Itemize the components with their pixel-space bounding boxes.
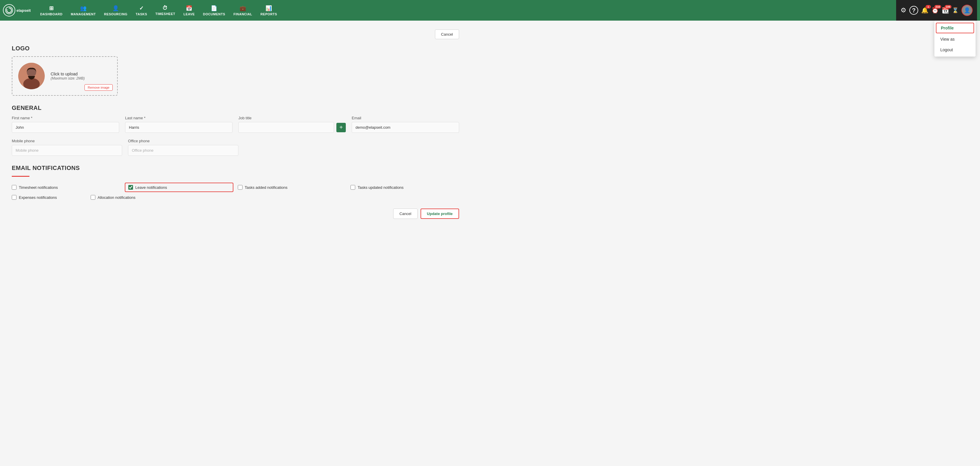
notification-bell[interactable]: 🔔 1	[921, 7, 929, 14]
first-name-group: First name *	[12, 116, 119, 133]
expenses-label: Expenses notifications	[19, 195, 57, 200]
allocation-notif: Allocation notifications	[91, 195, 165, 200]
brand-name: elapseit	[16, 8, 30, 13]
logo-section-title: LOGO	[12, 45, 459, 52]
clock-badge: 216	[934, 5, 941, 8]
first-name-input[interactable]	[12, 122, 119, 133]
email-input[interactable]	[352, 122, 459, 133]
first-name-label: First name *	[12, 116, 119, 120]
logo-section: LOGO Click to upload (Maximum size: 2MB)	[12, 45, 459, 96]
hourglass-icon: ⌛	[952, 7, 959, 14]
office-phone-group: Office phone	[128, 139, 239, 156]
office-phone-input[interactable]	[128, 145, 239, 156]
timesheet-icon: ⏱	[162, 5, 168, 11]
notification-calendar[interactable]: 📆 106	[942, 7, 949, 14]
dropdown-profile[interactable]: Profile	[936, 23, 974, 33]
documents-icon: 📄	[211, 5, 218, 11]
nav-items: ⊞ DASHBOARD 👥 MANAGEMENT 👤 RESOURCING ✓ …	[37, 3, 896, 18]
upload-size-limit: (Maximum size: 2MB)	[51, 76, 85, 80]
nav-dashboard[interactable]: ⊞ DASHBOARD	[37, 3, 66, 18]
nav-tasks[interactable]: ✓ TASKS	[132, 3, 151, 18]
tasks-updated-notif: Tasks updated notifications	[350, 183, 459, 192]
last-name-group: Last name *	[125, 116, 232, 133]
allocation-label: Allocation notifications	[98, 195, 136, 200]
timesheet-label: Timesheet notifications	[19, 185, 58, 190]
timesheet-checkbox[interactable]	[12, 185, 16, 190]
settings-icon[interactable]: ⚙	[900, 6, 907, 14]
user-dropdown-menu: Profile View as Logout	[934, 21, 975, 57]
nav-timesheet[interactable]: ⏱ TIMESHEET	[152, 3, 179, 18]
bottom-cancel-button[interactable]: Cancel	[393, 209, 417, 219]
job-title-group: Job title +	[239, 116, 346, 133]
brand-icon	[3, 4, 15, 16]
general-form-row1: First name * Last name * Job title + Ema…	[12, 116, 459, 133]
leave-checkbox[interactable]	[128, 185, 133, 190]
mobile-phone-label: Mobile phone	[12, 139, 122, 143]
tasks-icon: ✓	[139, 5, 144, 11]
email-group: Email	[352, 116, 459, 133]
notification-clock[interactable]: ⏰ 216	[931, 7, 939, 14]
leave-icon: 📅	[186, 5, 192, 11]
tasks-added-label: Tasks added notifications	[245, 185, 288, 190]
nav-financial[interactable]: 💼 FINANCIAL	[230, 3, 256, 18]
tasks-added-notif: Tasks added notifications	[238, 183, 346, 192]
mobile-phone-input[interactable]	[12, 145, 122, 156]
navbar: elapseit ⊞ DASHBOARD 👥 MANAGEMENT 👤 RESO…	[0, 0, 980, 21]
top-cancel-button[interactable]: Cancel	[435, 29, 459, 39]
dropdown-logout[interactable]: Logout	[934, 45, 975, 55]
nav-right: ⚙ ? 🔔 1 ⏰ 216 📆 106 ⌛ 👤	[896, 0, 977, 21]
job-title-label: Job title	[239, 116, 346, 120]
expenses-notif: Expenses notifications	[12, 195, 86, 200]
update-profile-button[interactable]: Update profile	[420, 209, 459, 219]
timesheet-notif: Timesheet notifications	[12, 183, 120, 192]
dashboard-icon: ⊞	[49, 5, 54, 11]
general-form-row2: Mobile phone Office phone	[12, 139, 239, 156]
expenses-checkbox[interactable]	[12, 195, 16, 200]
remove-image-button[interactable]: Remove image	[84, 84, 113, 91]
general-section: GENERAL First name * Last name * Job tit…	[12, 105, 459, 156]
upload-instruction: Click to upload	[51, 72, 85, 76]
calendar-badge: 106	[945, 5, 951, 8]
management-icon: 👥	[80, 5, 87, 11]
mobile-phone-group: Mobile phone	[12, 139, 122, 156]
leave-label: Leave notifications	[135, 185, 167, 190]
bottom-actions: Cancel Update profile	[12, 209, 459, 219]
top-actions: Cancel	[12, 29, 459, 39]
upload-text-area: Click to upload (Maximum size: 2MB)	[51, 72, 85, 80]
email-notifications-section: EMAIL NOTIFICATIONS Timesheet notificati…	[12, 165, 459, 200]
leave-notif: Leave notifications	[125, 183, 233, 192]
nav-management[interactable]: 👥 MANAGEMENT	[67, 3, 99, 18]
nav-documents[interactable]: 📄 DOCUMENTS	[199, 3, 229, 18]
resourcing-icon: 👤	[113, 5, 119, 11]
logo-upload-area[interactable]: Click to upload (Maximum size: 2MB) Remo…	[12, 56, 118, 96]
reports-icon: 📊	[266, 5, 272, 11]
job-title-select[interactable]	[239, 122, 334, 133]
general-section-title: GENERAL	[12, 105, 459, 111]
bell-badge: 1	[926, 5, 931, 8]
page-content: Cancel LOGO Click to upload (Maximum s	[0, 21, 471, 228]
nav-leave[interactable]: 📅 LEAVE	[180, 3, 198, 18]
nav-resourcing[interactable]: 👤 RESOURCING	[100, 3, 131, 18]
email-notifications-title: EMAIL NOTIFICATIONS	[12, 165, 459, 171]
office-phone-label: Office phone	[128, 139, 239, 143]
last-name-label: Last name *	[125, 116, 232, 120]
email-label: Email	[352, 116, 459, 120]
notifications-row2: Expenses notifications Allocation notifi…	[12, 195, 165, 200]
notifications-row1: Timesheet notifications Leave notificati…	[12, 183, 459, 192]
tasks-added-checkbox[interactable]	[238, 185, 242, 190]
help-icon[interactable]: ?	[909, 6, 918, 15]
user-photo	[18, 63, 45, 89]
svg-marker-1	[6, 10, 8, 10]
brand-logo[interactable]: elapseit	[3, 4, 30, 16]
dropdown-view-as[interactable]: View as	[934, 34, 975, 45]
allocation-checkbox[interactable]	[91, 195, 95, 200]
job-title-row: +	[239, 122, 346, 133]
add-job-title-button[interactable]: +	[336, 123, 346, 132]
financial-icon: 💼	[240, 5, 246, 11]
section-divider	[12, 176, 29, 177]
user-avatar[interactable]: 👤	[961, 5, 973, 16]
tasks-updated-label: Tasks updated notifications	[358, 185, 404, 190]
tasks-updated-checkbox[interactable]	[350, 185, 355, 190]
nav-reports[interactable]: 📊 REPORTS	[257, 3, 281, 18]
last-name-input[interactable]	[125, 122, 232, 133]
